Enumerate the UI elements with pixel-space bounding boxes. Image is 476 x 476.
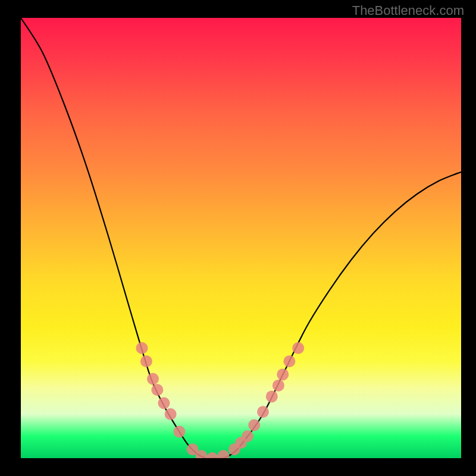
curve-marker	[257, 406, 269, 418]
curve-marker	[217, 450, 229, 458]
curve-markers	[136, 342, 305, 458]
curve-marker	[206, 452, 218, 458]
curve-marker	[266, 390, 278, 402]
curve-marker	[165, 408, 177, 420]
curve-marker	[283, 355, 295, 367]
curve-marker	[147, 373, 159, 385]
curve-marker	[151, 384, 163, 396]
chart-plot-area	[21, 18, 461, 458]
curve-marker	[242, 430, 253, 442]
watermark-text: TheBottleneck.com	[352, 3, 464, 18]
curve-marker	[292, 342, 304, 354]
curve-marker	[158, 397, 170, 409]
curve-marker	[140, 355, 152, 367]
bottleneck-curve-svg	[21, 18, 461, 458]
curve-marker	[277, 368, 289, 380]
curve-marker	[173, 426, 185, 438]
curve-marker	[273, 380, 284, 392]
curve-marker	[248, 419, 260, 431]
curve-marker	[136, 342, 148, 354]
bottleneck-curve-path	[21, 18, 461, 458]
